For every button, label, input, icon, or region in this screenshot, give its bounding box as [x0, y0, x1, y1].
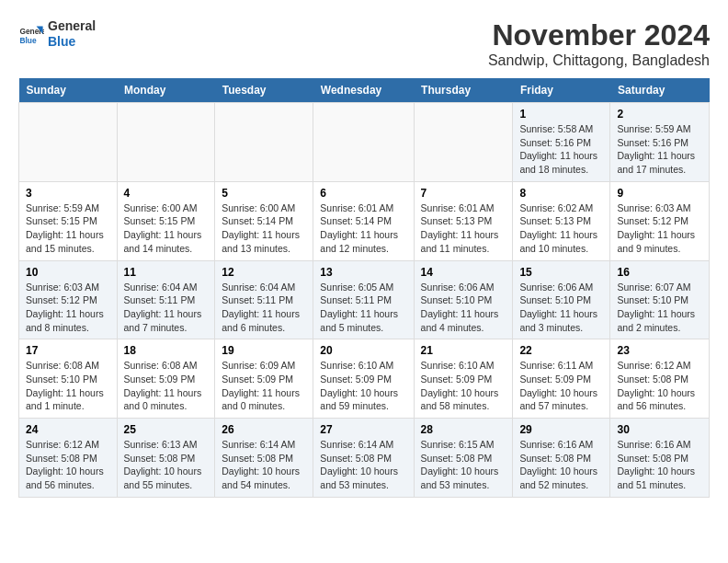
calendar-cell: 23Sunrise: 6:12 AM Sunset: 5:08 PM Dayli…: [610, 339, 710, 419]
day-number: 14: [421, 266, 506, 279]
calendar-cell: 30Sunrise: 6:16 AM Sunset: 5:08 PM Dayli…: [610, 419, 710, 498]
page-header: General Blue General Blue November 2024 …: [18, 18, 710, 69]
calendar-cell: [19, 103, 118, 182]
column-header-friday: Friday: [513, 78, 610, 103]
calendar-cell: 2Sunrise: 5:59 AM Sunset: 5:16 PM Daylig…: [610, 103, 710, 182]
day-info: Sunrise: 6:03 AM Sunset: 5:12 PM Dayligh…: [617, 201, 702, 256]
day-number: 8: [519, 187, 603, 200]
day-number: 29: [519, 423, 603, 436]
logo-text: General Blue: [48, 18, 96, 50]
day-number: 24: [26, 423, 110, 436]
day-info: Sunrise: 6:12 AM Sunset: 5:08 PM Dayligh…: [617, 359, 702, 413]
calendar-cell: 9Sunrise: 6:03 AM Sunset: 5:12 PM Daylig…: [610, 181, 710, 260]
column-header-wednesday: Wednesday: [313, 78, 414, 103]
day-number: 28: [421, 423, 506, 436]
day-number: 10: [26, 266, 110, 279]
day-info: Sunrise: 6:10 AM Sunset: 5:09 PM Dayligh…: [320, 359, 406, 413]
day-info: Sunrise: 6:08 AM Sunset: 5:09 PM Dayligh…: [124, 359, 209, 413]
day-info: Sunrise: 6:07 AM Sunset: 5:10 PM Dayligh…: [617, 281, 702, 335]
day-number: 13: [320, 266, 406, 279]
day-info: Sunrise: 6:00 AM Sunset: 5:15 PM Dayligh…: [124, 201, 209, 256]
calendar-cell: 26Sunrise: 6:14 AM Sunset: 5:08 PM Dayli…: [215, 419, 313, 498]
day-info: Sunrise: 6:01 AM Sunset: 5:13 PM Dayligh…: [421, 201, 506, 256]
day-number: 27: [320, 423, 406, 436]
calendar-cell: 16Sunrise: 6:07 AM Sunset: 5:10 PM Dayli…: [610, 260, 710, 339]
day-number: 17: [26, 344, 110, 357]
day-number: 30: [617, 423, 702, 436]
calendar-cell: 19Sunrise: 6:09 AM Sunset: 5:09 PM Dayli…: [215, 339, 313, 419]
calendar-cell: 18Sunrise: 6:08 AM Sunset: 5:09 PM Dayli…: [117, 339, 215, 419]
calendar-cell: 7Sunrise: 6:01 AM Sunset: 5:13 PM Daylig…: [414, 181, 513, 260]
day-number: 22: [519, 344, 603, 357]
column-header-thursday: Thursday: [414, 78, 513, 103]
day-info: Sunrise: 6:04 AM Sunset: 5:11 PM Dayligh…: [124, 281, 209, 335]
calendar-cell: 5Sunrise: 6:00 AM Sunset: 5:14 PM Daylig…: [215, 181, 313, 260]
day-number: 25: [124, 423, 209, 436]
day-number: 2: [617, 108, 702, 121]
calendar-cell: 27Sunrise: 6:14 AM Sunset: 5:08 PM Dayli…: [313, 419, 414, 498]
calendar-cell: 4Sunrise: 6:00 AM Sunset: 5:15 PM Daylig…: [117, 181, 215, 260]
calendar-cell: 14Sunrise: 6:06 AM Sunset: 5:10 PM Dayli…: [414, 260, 513, 339]
calendar-cell: 17Sunrise: 6:08 AM Sunset: 5:10 PM Dayli…: [19, 339, 118, 419]
day-number: 6: [320, 187, 406, 200]
day-number: 11: [124, 266, 209, 279]
month-year-title: November 2024: [488, 18, 710, 52]
day-info: Sunrise: 6:15 AM Sunset: 5:08 PM Dayligh…: [421, 438, 506, 492]
calendar-cell: 21Sunrise: 6:10 AM Sunset: 5:09 PM Dayli…: [414, 339, 513, 419]
logo-icon: General Blue: [18, 21, 44, 47]
calendar-cell: 20Sunrise: 6:10 AM Sunset: 5:09 PM Dayli…: [313, 339, 414, 419]
day-info: Sunrise: 6:13 AM Sunset: 5:08 PM Dayligh…: [124, 438, 209, 492]
logo: General Blue General Blue: [18, 18, 96, 50]
day-number: 4: [124, 187, 209, 200]
column-header-sunday: Sunday: [19, 78, 118, 103]
day-number: 26: [222, 423, 306, 436]
calendar-cell: [313, 103, 414, 182]
calendar-cell: 24Sunrise: 6:12 AM Sunset: 5:08 PM Dayli…: [19, 419, 118, 498]
calendar-cell: 22Sunrise: 6:11 AM Sunset: 5:09 PM Dayli…: [513, 339, 610, 419]
day-number: 19: [222, 344, 306, 357]
title-section: November 2024 Sandwip, Chittagong, Bangl…: [488, 18, 710, 69]
calendar-cell: 13Sunrise: 6:05 AM Sunset: 5:11 PM Dayli…: [313, 260, 414, 339]
day-number: 1: [519, 108, 603, 121]
calendar-cell: 28Sunrise: 6:15 AM Sunset: 5:08 PM Dayli…: [414, 419, 513, 498]
day-number: 18: [124, 344, 209, 357]
day-info: Sunrise: 6:06 AM Sunset: 5:10 PM Dayligh…: [519, 281, 603, 335]
calendar-cell: 11Sunrise: 6:04 AM Sunset: 5:11 PM Dayli…: [117, 260, 215, 339]
day-info: Sunrise: 6:06 AM Sunset: 5:10 PM Dayligh…: [421, 281, 506, 335]
day-info: Sunrise: 6:08 AM Sunset: 5:10 PM Dayligh…: [26, 359, 110, 413]
calendar-cell: [117, 103, 215, 182]
day-info: Sunrise: 5:58 AM Sunset: 5:16 PM Dayligh…: [519, 122, 603, 177]
calendar-cell: 25Sunrise: 6:13 AM Sunset: 5:08 PM Dayli…: [117, 419, 215, 498]
calendar-cell: 6Sunrise: 6:01 AM Sunset: 5:14 PM Daylig…: [313, 181, 414, 260]
calendar-week-row: 10Sunrise: 6:03 AM Sunset: 5:12 PM Dayli…: [19, 260, 710, 339]
calendar-cell: [414, 103, 513, 182]
day-info: Sunrise: 6:09 AM Sunset: 5:09 PM Dayligh…: [222, 359, 306, 413]
location-subtitle: Sandwip, Chittagong, Bangladesh: [488, 52, 710, 69]
calendar-cell: 15Sunrise: 6:06 AM Sunset: 5:10 PM Dayli…: [513, 260, 610, 339]
calendar-cell: 3Sunrise: 5:59 AM Sunset: 5:15 PM Daylig…: [19, 181, 118, 260]
day-info: Sunrise: 5:59 AM Sunset: 5:15 PM Dayligh…: [26, 201, 110, 256]
column-header-saturday: Saturday: [610, 78, 710, 103]
column-header-monday: Monday: [117, 78, 215, 103]
calendar-cell: 10Sunrise: 6:03 AM Sunset: 5:12 PM Dayli…: [19, 260, 118, 339]
day-number: 23: [617, 344, 702, 357]
calendar-cell: [215, 103, 313, 182]
column-header-tuesday: Tuesday: [215, 78, 313, 103]
calendar-cell: 8Sunrise: 6:02 AM Sunset: 5:13 PM Daylig…: [513, 181, 610, 260]
calendar-week-row: 24Sunrise: 6:12 AM Sunset: 5:08 PM Dayli…: [19, 419, 710, 498]
day-info: Sunrise: 5:59 AM Sunset: 5:16 PM Dayligh…: [617, 122, 702, 177]
day-info: Sunrise: 6:02 AM Sunset: 5:13 PM Dayligh…: [519, 201, 603, 256]
day-number: 15: [519, 266, 603, 279]
day-number: 9: [617, 187, 702, 200]
day-number: 3: [26, 187, 110, 200]
calendar-header-row: SundayMondayTuesdayWednesdayThursdayFrid…: [19, 78, 710, 103]
day-info: Sunrise: 6:03 AM Sunset: 5:12 PM Dayligh…: [26, 281, 110, 335]
day-number: 20: [320, 344, 406, 357]
calendar-cell: 1Sunrise: 5:58 AM Sunset: 5:16 PM Daylig…: [513, 103, 610, 182]
day-info: Sunrise: 6:16 AM Sunset: 5:08 PM Dayligh…: [617, 438, 702, 492]
day-number: 16: [617, 266, 702, 279]
day-number: 5: [222, 187, 306, 200]
day-info: Sunrise: 6:10 AM Sunset: 5:09 PM Dayligh…: [421, 359, 506, 413]
day-info: Sunrise: 6:00 AM Sunset: 5:14 PM Dayligh…: [222, 201, 306, 256]
calendar-week-row: 17Sunrise: 6:08 AM Sunset: 5:10 PM Dayli…: [19, 339, 710, 419]
